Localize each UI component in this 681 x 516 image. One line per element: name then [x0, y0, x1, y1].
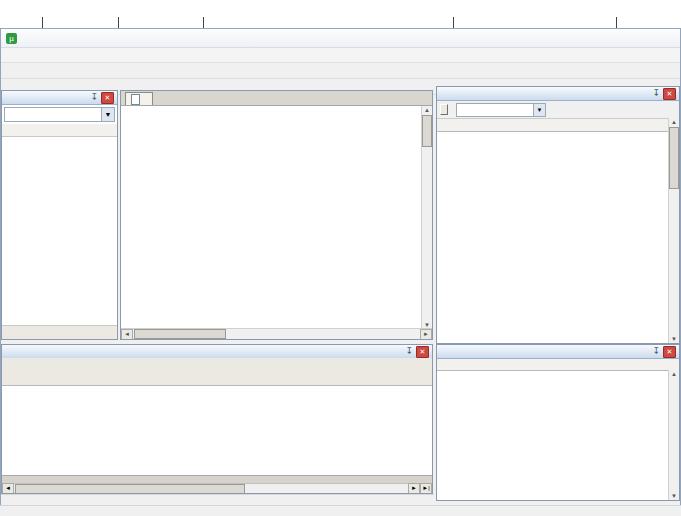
editor-vertical-scrollbar[interactable]: ▲ ▼ [421, 106, 432, 329]
document-icon [131, 94, 140, 105]
network-vertical-scrollbar[interactable]: ▲ ▼ [668, 370, 679, 500]
code-area[interactable] [121, 106, 432, 329]
close-icon[interactable]: ✕ [663, 88, 676, 100]
scroll-right-icon[interactable]: ► [420, 329, 432, 340]
perf-vertical-scrollbar[interactable]: ▲ ▼ [668, 118, 679, 343]
restore-button[interactable] [624, 30, 652, 46]
scroll-right-icon[interactable]: ► [408, 483, 420, 494]
status-bar [0, 505, 681, 516]
minimize-button[interactable] [596, 30, 624, 46]
systick-title-bar: ↧ ✕ [2, 91, 117, 105]
menu-bar [1, 48, 680, 63]
toolbar-main [1, 63, 680, 79]
close-icon[interactable]: ✕ [416, 346, 429, 358]
close-icon[interactable]: ✕ [663, 346, 676, 358]
perf-column-header [437, 119, 679, 132]
pin-icon[interactable]: ↧ [405, 347, 413, 356]
pin-icon[interactable]: ↧ [90, 93, 98, 102]
chevron-down-icon: ▼ [101, 108, 114, 121]
network-title-bar: ↧ ✕ [437, 345, 679, 359]
show-modules-combo[interactable]: ▼ [456, 103, 546, 117]
perf-toolbar: ▼ [437, 101, 679, 119]
editor-tab-strip [121, 91, 432, 106]
systick-tab-bar [2, 325, 117, 339]
scroll-left-icon[interactable]: ◄ [121, 329, 133, 340]
scroll-left-icon[interactable]: ◄ [2, 483, 14, 494]
performance-analyzer-panel: ↧ ✕ ▼ ▲ ▼ [436, 86, 680, 344]
logic-analyzer-panel: ↧ ✕ ◄ ► ►| [1, 344, 433, 494]
pin-icon[interactable]: ↧ [652, 347, 660, 356]
scroll-end-icon[interactable]: ►| [420, 483, 432, 494]
perf-title-bar: ↧ ✕ [437, 87, 679, 101]
systick-panel: ↧ ✕ ▼ [1, 90, 118, 340]
editor-horizontal-scrollbar[interactable]: ◄ ► [121, 328, 432, 339]
network-panel: ↧ ✕ ▲ ▼ [436, 344, 680, 501]
title-bar: µ [1, 29, 680, 48]
reset-button[interactable] [440, 104, 448, 115]
systick-register-combo[interactable]: ▼ [4, 107, 115, 122]
tab-main-c[interactable] [125, 92, 153, 105]
systick-header [2, 124, 117, 137]
close-button[interactable] [652, 30, 680, 46]
network-column-header [437, 359, 679, 371]
app-icon: µ [6, 33, 17, 44]
page: µ ↧ ✕ ▼ [0, 0, 681, 516]
pin-icon[interactable]: ↧ [652, 89, 660, 98]
la-toolbar [2, 358, 432, 386]
la-title-bar: ↧ ✕ [2, 345, 432, 359]
la-signal-labels [2, 385, 64, 475]
la-horizontal-scrollbar[interactable]: ◄ ► ►| [2, 483, 432, 493]
chevron-down-icon: ▼ [533, 104, 545, 116]
close-icon[interactable]: ✕ [101, 92, 114, 104]
editor-panel: ▲ ▼ ◄ ► [120, 90, 433, 340]
